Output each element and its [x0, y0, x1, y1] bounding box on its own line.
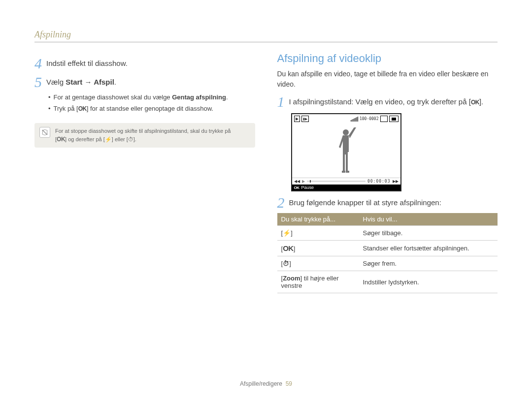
svg-rect-3	[342, 171, 345, 173]
table-header-press: Du skal trykke på...	[277, 213, 359, 226]
table-row: [⏱] Søger frem.	[277, 256, 498, 271]
bracket: ]	[289, 260, 291, 267]
step5-prefix: Vælg	[46, 78, 66, 86]
page-footer: Afspille/redigere 59	[0, 380, 532, 387]
bullet-item: Tryk på [OK] for at standse eller genopt…	[48, 104, 255, 114]
table-header-action: Hvis du vil...	[359, 213, 498, 226]
table-row: [Zoom] til højre eller venstre Indstille…	[277, 271, 498, 293]
svg-point-2	[343, 129, 349, 135]
table-header-row: Du skal trykke på... Hvis du vil...	[277, 213, 498, 226]
table-cell-action: Søger frem.	[359, 256, 498, 271]
flash-icon: ⚡	[105, 136, 112, 142]
screen-bottom-bar: OK Pause	[292, 185, 400, 190]
volume-icon	[351, 116, 358, 122]
progress-bar-row: ◀◀ ▶ 00:00:03 ▶▶	[292, 178, 400, 185]
ok-icon: OK	[471, 98, 479, 107]
step-4: 4 Indstil effekt til diasshow.	[34, 56, 255, 71]
table-row: [⚡] Søger tilbage.	[277, 226, 498, 241]
page-header: Afspilning	[34, 30, 498, 42]
person-silhouette-icon	[334, 127, 359, 177]
step-number: 5	[34, 75, 46, 90]
memory-card-icon	[380, 116, 388, 122]
table-cell-press: [Zoom] til højre eller venstre	[277, 271, 359, 293]
bullet-item: For at gentage diasshowet skal du vælge …	[48, 93, 255, 103]
bracket: ]	[294, 245, 296, 252]
ok-icon: OK	[57, 135, 65, 144]
camera-screen-illustration: ▶ ▮▶ 100-0002	[291, 113, 401, 191]
step-number: 4	[34, 56, 46, 71]
step1-text-a: I afspilningstilstand: Vælg en video, og…	[289, 97, 471, 106]
table-cell-action: Søger tilbage.	[359, 226, 498, 241]
bullet-bold: Gentag afspilning	[172, 93, 226, 101]
table-cell-action: Indstiller lydstyrken.	[359, 271, 498, 293]
zoom-label: Zoom	[283, 275, 300, 282]
step-1: 1 I afspilningstilstand: Vælg en video, …	[277, 94, 498, 109]
note-text-part: ] og derefter på [	[65, 136, 105, 142]
note-box: For at stoppe diasshowet og skifte til a…	[34, 123, 255, 148]
footer-section: Afspille/redigere	[240, 380, 282, 387]
forward-icon: ▶▶	[393, 179, 399, 184]
step5-suffix: .	[114, 78, 116, 86]
video-icon: ▮▶	[301, 116, 309, 122]
table-row: [OK] Standser eller fortsætter afspilnin…	[277, 241, 498, 256]
bullet-text: For at gentage diasshowet skal du vælge	[54, 93, 172, 101]
step-text: Brug følgende knapper til at styre afspi…	[289, 195, 441, 209]
table-cell-action: Standser eller fortsætter afspilningen.	[359, 241, 498, 256]
pause-label: Pause	[301, 185, 314, 190]
intro-paragraph: Du kan afspille en video, tage et billed…	[277, 69, 498, 90]
step-text: Vælg Start → Afspil.	[46, 75, 116, 88]
play-small-icon: ▶	[302, 179, 305, 184]
page-number: 59	[286, 380, 292, 387]
step1-text-b: ].	[479, 97, 483, 106]
bullet-text: ] for at standse eller genoptage dit dia…	[87, 105, 213, 112]
note-text-part: ].	[133, 136, 136, 142]
header-title: Afspilning	[34, 30, 71, 39]
battery-icon	[389, 116, 399, 122]
step5-bold: Start → Afspil	[66, 78, 114, 86]
elapsed-time: 00:00:03	[367, 179, 391, 184]
note-icon	[39, 127, 50, 138]
table-cell-press: [OK]	[277, 241, 359, 256]
table-cell-press: [⚡]	[277, 226, 359, 241]
note-text-part: ] eller [	[112, 136, 128, 142]
bullet-text: .	[226, 93, 228, 101]
step-text: Indstil effekt til diasshow.	[46, 56, 128, 69]
right-column: Afspilning af videoklip Du kan afspille …	[277, 52, 498, 293]
ok-icon: OK	[78, 104, 87, 114]
file-index: 100-0002	[360, 117, 379, 121]
step5-bullets: For at gentage diasshowet skal du vælge …	[48, 93, 255, 114]
step-2: 2 Brug følgende knapper til at styre afs…	[277, 195, 498, 210]
step-number: 1	[277, 94, 289, 109]
video-frame	[292, 123, 400, 178]
note-text: For at stoppe diasshowet og skifte til a…	[55, 127, 231, 144]
play-mode-icon: ▶	[294, 116, 300, 122]
timer-icon: ⏱	[128, 136, 133, 142]
flash-icon: ⚡	[283, 229, 291, 237]
section-heading: Afspilning af videoklip	[277, 52, 498, 65]
left-column: 4 Indstil effekt til diasshow. 5 Vælg St…	[34, 52, 255, 293]
bullet-text: Tryk på [	[54, 105, 78, 112]
ok-icon: OK	[294, 185, 299, 190]
rewind-icon: ◀◀	[294, 179, 300, 184]
timer-icon: ⏱	[283, 260, 289, 267]
controls-table: Du skal trykke på... Hvis du vil... [⚡] …	[277, 213, 498, 293]
screen-status-bar: ▶ ▮▶ 100-0002	[292, 114, 400, 123]
content-columns: 4 Indstil effekt til diasshow. 5 Vælg St…	[34, 52, 498, 293]
bracket: ]	[291, 229, 293, 237]
note-line1: For at stoppe diasshowet og skifte til a…	[55, 128, 231, 134]
svg-line-0	[42, 130, 47, 135]
step-text: I afspilningstilstand: Vælg en video, og…	[289, 94, 484, 108]
step-number: 2	[277, 195, 289, 210]
table-cell-press: [⏱]	[277, 256, 359, 271]
step-5: 5 Vælg Start → Afspil.	[34, 75, 255, 90]
svg-rect-4	[346, 171, 349, 173]
ok-icon: OK	[283, 244, 294, 252]
progress-bar	[307, 181, 366, 182]
